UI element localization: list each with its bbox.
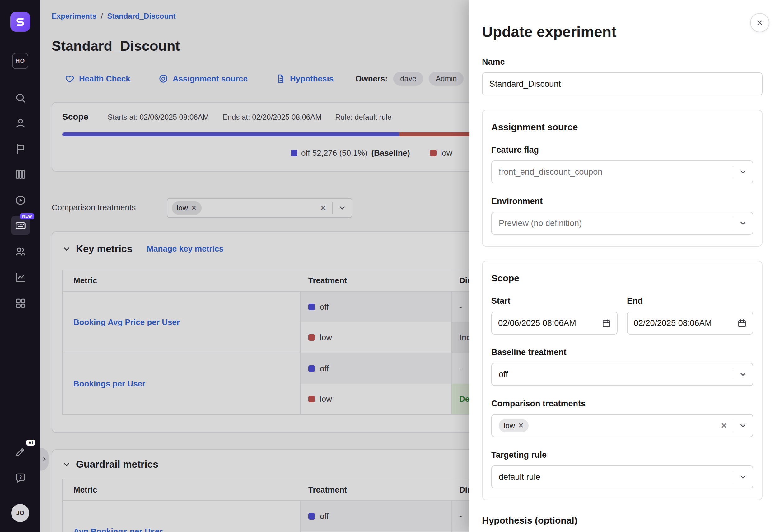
dashboard-grid-icon (15, 297, 26, 309)
ai-pencil-icon (15, 446, 26, 458)
start-label: Start (491, 296, 618, 306)
comparison-treatments-label: Comparison treatments (491, 399, 753, 409)
sidebar-item-dashboards[interactable] (11, 294, 30, 312)
scope-section: Scope Start 02/06/2025 08:06AM End 02/20… (482, 261, 763, 500)
sidebar-item-audiences[interactable] (11, 242, 30, 261)
sidebar-item-help[interactable]: ? (11, 468, 30, 487)
name-label: Name (482, 57, 763, 67)
start-date-field[interactable]: 02/06/2025 08:06AM (491, 312, 618, 335)
keyboard-icon (15, 220, 26, 232)
people-icon (15, 246, 26, 257)
environment-label: Environment (491, 197, 753, 206)
feature-flag-select[interactable]: front_end_discount_coupon (491, 160, 753, 183)
close-icon[interactable] (750, 13, 769, 32)
ai-badge: AI (26, 440, 35, 446)
feature-flag-label: Feature flag (491, 145, 753, 155)
sidebar-item-sessions[interactable] (11, 191, 30, 210)
columns-icon (15, 169, 26, 180)
calendar-icon (601, 318, 611, 328)
chevron-down-icon[interactable] (733, 473, 753, 481)
scope-heading: Scope (491, 273, 753, 284)
search-icon (15, 92, 26, 104)
sidebar-item-search[interactable] (11, 88, 30, 107)
chevron-down-icon[interactable] (733, 370, 753, 378)
svg-text:?: ? (19, 474, 22, 479)
new-badge: NEW (20, 213, 34, 219)
user-avatar[interactable]: JO (11, 504, 29, 522)
play-circle-icon (15, 194, 26, 206)
sidebar: HO (0, 0, 40, 532)
sidebar-item-metrics[interactable]: NEW (11, 216, 30, 235)
assignment-source-heading: Assignment source (491, 122, 753, 133)
app-logo[interactable] (10, 12, 30, 32)
chevron-down-icon[interactable] (733, 168, 753, 176)
baseline-treatment-select[interactable]: off (491, 363, 753, 386)
hypothesis-label: Hypothesis (optional) (482, 515, 763, 526)
calendar-icon (737, 318, 747, 328)
person-icon (15, 117, 26, 129)
org-badge[interactable]: HO (12, 53, 28, 69)
environment-select[interactable]: Preview (no definition) (491, 212, 753, 235)
assignment-source-section: Assignment source Feature flag front_end… (482, 110, 763, 247)
sidebar-item-ai-assistant[interactable]: AI (11, 442, 30, 461)
chevron-down-icon[interactable] (733, 422, 753, 430)
sidebar-item-feature-flags[interactable] (11, 139, 30, 158)
help-bubble-icon: ? (15, 472, 26, 484)
name-field[interactable] (482, 72, 763, 95)
chip-remove-icon[interactable]: ✕ (518, 422, 524, 429)
comparison-treatments-select[interactable]: low✕ ✕ (491, 414, 753, 437)
chevron-down-icon[interactable] (733, 219, 753, 227)
targeting-rule-label: Targeting rule (491, 450, 753, 460)
drawer-title: Update experiment (482, 23, 763, 41)
treatment-chip-low[interactable]: low✕ (499, 419, 529, 432)
logo-glyph-icon (14, 16, 26, 28)
sidebar-item-experiments[interactable] (11, 165, 30, 184)
feature-flags-icon (15, 143, 26, 155)
baseline-treatment-label: Baseline treatment (491, 348, 753, 357)
app-window: HO (0, 0, 775, 532)
sidebar-item-users[interactable] (11, 113, 30, 132)
sidebar-item-insights[interactable] (11, 268, 30, 287)
line-chart-icon (15, 271, 26, 283)
update-experiment-drawer: Update experiment Name Assignment source… (470, 0, 775, 532)
clear-icon[interactable]: ✕ (715, 421, 733, 431)
end-label: End (627, 296, 753, 306)
targeting-rule-select[interactable]: default rule (491, 465, 753, 488)
end-date-field[interactable]: 02/20/2025 08:06AM (627, 312, 753, 335)
